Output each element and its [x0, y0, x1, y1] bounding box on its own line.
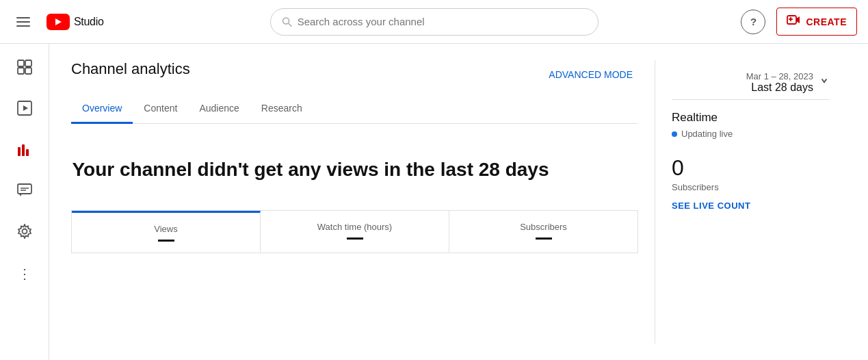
svg-point-24 — [22, 229, 27, 233]
page-title: Channel analytics — [71, 60, 190, 78]
tabs: Overview Content Audience Research — [71, 94, 638, 124]
sidebar-item-content[interactable] — [5, 90, 44, 129]
date-range: Mar 1 – 28, 2023 Last 28 days — [672, 71, 830, 94]
stat-tab-views[interactable]: Views — [72, 211, 261, 253]
title-row: Channel analytics ADVANCED MODE — [71, 60, 638, 89]
realtime-count: 0 — [672, 155, 830, 181]
updating-live: Updating live — [672, 129, 830, 139]
create-label: CREATE — [806, 16, 847, 27]
date-range-chevron-icon[interactable] — [819, 75, 830, 90]
date-range-label: Mar 1 – 28, 2023 — [746, 71, 813, 81]
stats-tabs: Views Watch time (hours) Subscribers — [71, 210, 638, 253]
no-views-message: Your channel didn't get any views in the… — [71, 140, 550, 205]
sidebar-item-dashboard[interactable] — [5, 49, 44, 88]
help-icon: ? — [750, 16, 757, 27]
search-wrapper[interactable] — [270, 8, 599, 36]
svg-rect-12 — [25, 60, 31, 66]
studio-label: Studio — [74, 16, 104, 28]
subscribers-dash — [536, 237, 552, 240]
svg-rect-18 — [22, 144, 25, 156]
content-icon — [17, 101, 32, 119]
left-panel: Channel analytics ADVANCED MODE Overview… — [71, 60, 638, 344]
updating-live-label: Updating live — [681, 129, 733, 139]
search-input[interactable] — [298, 16, 587, 27]
subscribers-label: Subscribers — [463, 222, 624, 232]
right-panel: Mar 1 – 28, 2023 Last 28 days Realtime U… — [655, 60, 846, 344]
svg-marker-16 — [23, 105, 28, 111]
svg-rect-13 — [18, 68, 24, 74]
watch-time-dash — [347, 237, 363, 240]
create-button[interactable]: CREATE — [776, 8, 857, 36]
hamburger-menu[interactable] — [11, 10, 36, 34]
tab-audience[interactable]: Audience — [188, 94, 250, 124]
comments-svg — [17, 183, 32, 198]
dashboard-icon — [17, 60, 32, 78]
analytics-icon — [17, 142, 32, 160]
svg-rect-14 — [25, 68, 31, 74]
date-range-value: Last 28 days — [751, 81, 813, 94]
stat-tab-subscribers[interactable]: Subscribers — [449, 211, 637, 253]
realtime-title: Realtime — [672, 111, 830, 125]
sidebar-item-comments[interactable] — [5, 172, 44, 211]
svg-line-6 — [288, 23, 291, 27]
search-bar — [148, 8, 720, 36]
svg-rect-21 — [18, 184, 31, 194]
live-dot-icon — [672, 131, 677, 137]
advanced-mode-link[interactable]: ADVANCED MODE — [549, 69, 633, 80]
tab-content[interactable]: Content — [133, 94, 188, 124]
tab-research[interactable]: Research — [250, 94, 313, 124]
svg-rect-19 — [26, 149, 29, 156]
svg-point-5 — [282, 17, 289, 23]
main-content: Channel analytics ADVANCED MODE Overview… — [49, 44, 868, 360]
content-svg — [17, 101, 32, 116]
sidebar-item-settings[interactable] — [5, 214, 44, 252]
stat-tab-watch-time[interactable]: Watch time (hours) — [261, 211, 449, 253]
more-icon: ⋮ — [18, 266, 31, 282]
header: Studio ? CREATE — [0, 0, 868, 44]
tab-overview[interactable]: Overview — [71, 94, 133, 124]
help-button[interactable]: ? — [741, 10, 765, 34]
settings-icon — [17, 224, 32, 242]
settings-svg — [17, 224, 32, 239]
sidebar-item-analytics[interactable] — [5, 131, 44, 170]
analytics-svg — [17, 142, 32, 157]
views-dash — [158, 240, 174, 242]
svg-rect-2 — [16, 25, 30, 27]
create-video-icon — [787, 13, 800, 27]
svg-rect-7 — [787, 16, 796, 24]
comments-icon — [17, 183, 32, 201]
header-left: Studio — [11, 10, 148, 34]
views-label: Views — [86, 224, 246, 234]
date-range-wrapper: Mar 1 – 28, 2023 Last 28 days — [746, 71, 830, 94]
svg-rect-0 — [16, 17, 30, 18]
create-icon — [787, 13, 800, 30]
header-right: ? CREATE — [720, 8, 857, 36]
youtube-logo-icon — [47, 14, 70, 30]
see-live-count-button[interactable]: SEE LIVE COUNT — [672, 201, 830, 211]
sidebar: ⋮ — [0, 44, 49, 360]
svg-rect-11 — [18, 60, 24, 66]
search-icon — [282, 16, 292, 27]
svg-rect-17 — [18, 147, 21, 156]
watch-time-label: Watch time (hours) — [274, 222, 435, 232]
dashboard-svg — [17, 60, 32, 75]
sidebar-item-more[interactable]: ⋮ — [5, 255, 44, 293]
svg-rect-1 — [16, 21, 30, 23]
realtime-subscribers-label: Subscribers — [672, 182, 830, 192]
logo-area[interactable]: Studio — [47, 14, 104, 30]
